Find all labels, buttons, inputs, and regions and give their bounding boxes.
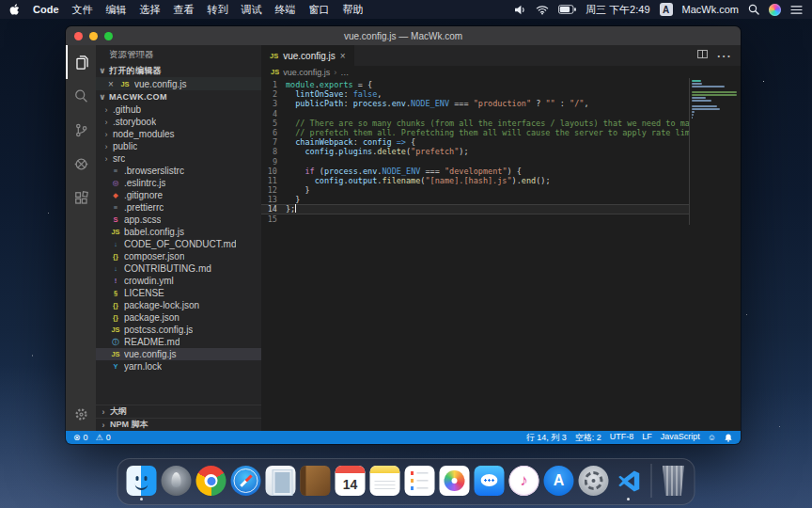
git-file-icon: ◆ [110, 191, 121, 199]
menubar-menu-5[interactable]: 转到 [208, 3, 228, 17]
folder-.github[interactable]: ›.github [96, 103, 261, 116]
file-babel.config.js[interactable]: JSbabel.config.js [96, 226, 261, 238]
minimap[interactable] [692, 80, 739, 122]
status-item-2[interactable]: 空格: 2 [575, 432, 601, 444]
notification-center-icon[interactable] [790, 5, 803, 15]
menubar-clock[interactable]: 周三 下午2:49 [586, 3, 649, 17]
menubar-menu-7[interactable]: 终端 [275, 3, 296, 17]
dock-chrome-icon[interactable] [196, 466, 226, 496]
close-window-button[interactable] [74, 32, 83, 40]
settings-gear-icon[interactable] [66, 397, 96, 431]
menubar-user[interactable]: MacWk.com [682, 4, 740, 15]
debug-icon[interactable] [66, 147, 96, 181]
file-README.md[interactable]: ⓘREADME.md [96, 336, 261, 348]
menubar-app-name[interactable]: Code [33, 4, 59, 15]
chevron-right-icon: › [100, 421, 107, 430]
input-method-icon[interactable]: A [660, 3, 673, 16]
search-icon[interactable] [66, 79, 96, 113]
file-.gitignore[interactable]: ◆.gitignore [96, 189, 261, 201]
feedback-smiley-icon[interactable]: ☺ [708, 433, 716, 442]
minimize-window-button[interactable] [89, 32, 98, 40]
dock-launchpad-icon[interactable] [162, 466, 192, 496]
file-crowdin.yml[interactable]: !crowdin.yml [96, 275, 261, 287]
dock-photos-icon[interactable] [440, 466, 470, 496]
more-actions-icon[interactable]: ⋯ [716, 47, 731, 65]
source-control-icon[interactable] [66, 113, 96, 147]
battery-icon[interactable] [558, 5, 576, 14]
file-LICENSE[interactable]: §LICENSE [96, 287, 261, 299]
notifications-bell-icon[interactable] [724, 433, 733, 443]
file-yarn.lock[interactable]: Yyarn.lock [96, 360, 261, 373]
file-postcss.config.js[interactable]: JSpostcss.config.js [96, 324, 261, 336]
open-editor-item[interactable]: × JS vue.config.js [96, 77, 261, 90]
extensions-icon[interactable] [66, 181, 96, 214]
menubar-menu-3[interactable]: 选择 [140, 3, 161, 17]
tab-vue-config[interactable]: JS vue.config.js × [261, 45, 354, 66]
status-item-4[interactable]: LF [642, 432, 652, 444]
status-item-5[interactable]: JavaScript [661, 432, 700, 444]
file-.eslintrc.js[interactable]: ◎.eslintrc.js [96, 177, 261, 189]
menubar-menu-1[interactable]: 文件 [72, 3, 93, 17]
file-.prettierrc[interactable]: ≡.prettierrc [96, 201, 261, 214]
file-package-lock.json[interactable]: {}package-lock.json [96, 299, 261, 311]
close-tab-icon[interactable]: × [340, 51, 346, 61]
npm-scripts-section[interactable]: › NPM 脚本 [96, 418, 261, 431]
dock-itunes-icon[interactable]: ♪ [509, 466, 539, 496]
breadcrumb-symbol[interactable]: … [340, 68, 349, 77]
file-.browserslistrc[interactable]: ≡.browserslistrc [96, 165, 261, 177]
siri-icon[interactable] [769, 4, 781, 16]
dock-trash-icon[interactable] [660, 466, 686, 496]
dock-reminders-icon[interactable] [405, 466, 435, 496]
code-editor[interactable]: 1module.exports = {2 lintOnSave: false,3… [261, 78, 741, 431]
file-package.json[interactable]: {}package.json [96, 311, 261, 324]
volume-icon[interactable] [514, 5, 526, 15]
breadcrumb[interactable]: JS vue.config.js › … [261, 66, 741, 78]
dock-notes-icon[interactable] [370, 466, 400, 496]
zoom-window-button[interactable] [104, 32, 113, 40]
code-line-3: 3 publicPath: process.env.NODE_ENV === "… [261, 99, 690, 108]
status-item-1[interactable]: 行 14, 列 3 [526, 432, 567, 444]
chevron-right-icon: › [334, 68, 336, 77]
menubar-menu-8[interactable]: 窗口 [309, 3, 330, 17]
open-editors-header[interactable]: ∨ 打开的编辑器 [96, 64, 261, 77]
wifi-icon[interactable] [536, 5, 549, 15]
dock-appstore-icon[interactable]: A [544, 466, 574, 496]
apple-icon[interactable] [9, 4, 20, 16]
problems-warnings[interactable]: ⚠ 0 [96, 433, 111, 442]
dock-sysprefs-icon[interactable] [579, 466, 609, 496]
dock-safari-icon[interactable] [231, 466, 261, 496]
menubar-menu-9[interactable]: 帮助 [343, 3, 364, 17]
split-editor-icon[interactable] [696, 47, 709, 64]
menubar-menu-4[interactable]: 查看 [174, 3, 195, 17]
spotlight-search-icon[interactable] [748, 4, 759, 15]
project-section-header[interactable]: ∨ MACWK.COM [96, 90, 261, 103]
dock-calendar-icon[interactable]: 14 [336, 466, 366, 496]
close-icon[interactable]: × [108, 79, 116, 89]
explorer-icon[interactable] [66, 45, 96, 79]
default-file-icon: ≡ [110, 203, 121, 212]
problems-errors[interactable]: ⊗ 0 [73, 433, 88, 442]
folder-public[interactable]: ›public [96, 140, 261, 152]
folder-.storybook[interactable]: ›.storybook [96, 116, 261, 128]
code-line-1: 1module.exports = { [261, 80, 690, 89]
folder-src[interactable]: ›src [96, 152, 261, 165]
file-composer.json[interactable]: {}composer.json [96, 250, 261, 262]
file-CODEOFCONDUCT.md[interactable]: ↓CODE_OF_CONDUCT.md [96, 238, 261, 250]
menubar-menu-2[interactable]: 编辑 [106, 3, 127, 17]
dock-finder-icon[interactable] [127, 466, 157, 496]
dock-mail-icon[interactable] [266, 466, 296, 496]
md-file-icon: ↓ [110, 264, 121, 273]
menubar-menu-6[interactable]: 调试 [242, 3, 262, 17]
dock-contacts-icon[interactable] [301, 466, 331, 496]
dock-vscode-icon[interactable] [614, 466, 644, 496]
breadcrumb-file[interactable]: vue.config.js [283, 68, 330, 77]
outline-section[interactable]: › 大纲 [96, 405, 261, 418]
status-item-3[interactable]: UTF-8 [610, 432, 634, 444]
file-CONTRIBUTING.md[interactable]: ↓CONTRIBUTING.md [96, 262, 261, 275]
window-titlebar[interactable]: vue.config.js — MacWk.com [66, 26, 741, 45]
status-bar: ⊗ 0 ⚠ 0 行 14, 列 3空格: 2UTF-8LFJavaScript … [66, 431, 741, 444]
file-app.scss[interactable]: Sapp.scss [96, 214, 261, 226]
folder-nodemodules[interactable]: ›node_modules [96, 128, 261, 140]
file-vue.config.js[interactable]: JSvue.config.js [96, 348, 261, 360]
dock-messages-icon[interactable] [475, 466, 505, 496]
